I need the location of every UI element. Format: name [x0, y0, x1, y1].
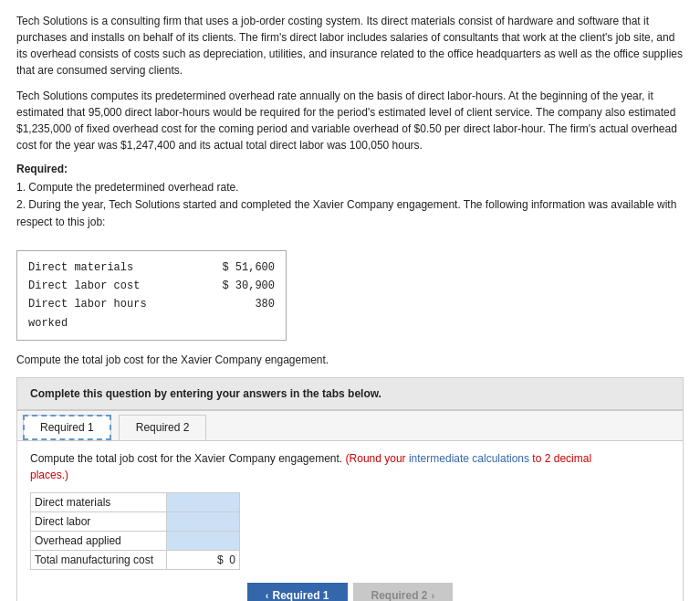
overhead-applied-input[interactable] [171, 534, 235, 547]
prev-button[interactable]: ‹ Required 1 [247, 583, 348, 601]
total-manufacturing-label: Total manufacturing cost [31, 551, 167, 570]
next-button-label: Required 2 [371, 589, 428, 601]
row1-label: Direct materials [28, 258, 183, 277]
paragraph-2: Tech Solutions computes its predetermine… [16, 88, 684, 153]
row2-value: $ 30,900 [211, 277, 275, 295]
direct-materials-input[interactable] [171, 496, 235, 509]
table-row-3: Direct labor hours worked 380 [28, 295, 275, 332]
next-button[interactable]: Required 2 › [353, 583, 454, 601]
tab-required-2[interactable]: Required 2 [119, 415, 207, 440]
required-label: Required: [16, 163, 684, 175]
required-item-2: 2. During the year, Tech Solutions start… [16, 196, 684, 231]
required-list: 1. Compute the predetermined overhead ra… [16, 179, 684, 232]
cost-row-overhead-applied: Overhead applied [31, 532, 240, 551]
direct-labor-input-cell[interactable] [167, 512, 240, 532]
tab-required-1[interactable]: Required 1 [23, 415, 111, 440]
direct-materials-input-cell[interactable] [167, 493, 240, 512]
cost-table: Direct materials Direct labor Overhead a… [30, 492, 240, 570]
dollar-sign: $ [217, 554, 224, 566]
round-note: (Round your intermediate calculations to… [346, 452, 592, 465]
row2-label: Direct labor cost [28, 277, 183, 295]
row1-value: $ 51,600 [211, 258, 275, 277]
prev-button-label: Required 1 [272, 589, 329, 601]
instruction-main: Compute the total job cost for the Xavie… [30, 452, 342, 465]
tab-instruction: Compute the total job cost for the Xavie… [30, 450, 670, 483]
overhead-applied-input-cell[interactable] [167, 532, 240, 551]
row3-label: Direct labor hours worked [28, 295, 183, 332]
job-data-table: Direct materials $ 51,600 Direct labor c… [16, 250, 287, 342]
tabs-header: Required 1 Required 2 [17, 411, 683, 441]
cost-row-total: Total manufacturing cost $ 0 [31, 551, 240, 570]
next-arrow-icon: › [432, 590, 435, 601]
overhead-applied-label: Overhead applied [31, 532, 167, 551]
direct-materials-label: Direct materials [31, 493, 167, 512]
total-value: 0 [229, 554, 235, 566]
complete-box-text: Complete this question by entering your … [30, 387, 381, 400]
table-row-1: Direct materials $ 51,600 [28, 258, 275, 277]
complete-box: Complete this question by entering your … [16, 377, 684, 410]
tab-content-req1: Compute the total job cost for the Xavie… [17, 441, 683, 601]
direct-labor-input[interactable] [171, 515, 235, 528]
paragraph-1: Tech Solutions is a consulting firm that… [16, 13, 684, 79]
round-note-2: places.) [30, 469, 68, 481]
direct-labor-label: Direct labor [31, 512, 167, 532]
cost-row-direct-materials: Direct materials [31, 493, 240, 512]
compute-text: Compute the total job cost for the Xavie… [16, 353, 684, 366]
required-item-1: 1. Compute the predetermined overhead ra… [16, 179, 684, 196]
cost-row-direct-labor: Direct labor [31, 512, 240, 532]
table-row-2: Direct labor cost $ 30,900 [28, 277, 275, 295]
total-manufacturing-value-cell: $ 0 [167, 551, 240, 570]
row3-value: 380 [211, 295, 275, 332]
tabs-container: Required 1 Required 2 Compute the total … [16, 410, 684, 601]
nav-buttons: ‹ Required 1 Required 2 › [30, 583, 670, 601]
prev-arrow-icon: ‹ [266, 590, 269, 601]
